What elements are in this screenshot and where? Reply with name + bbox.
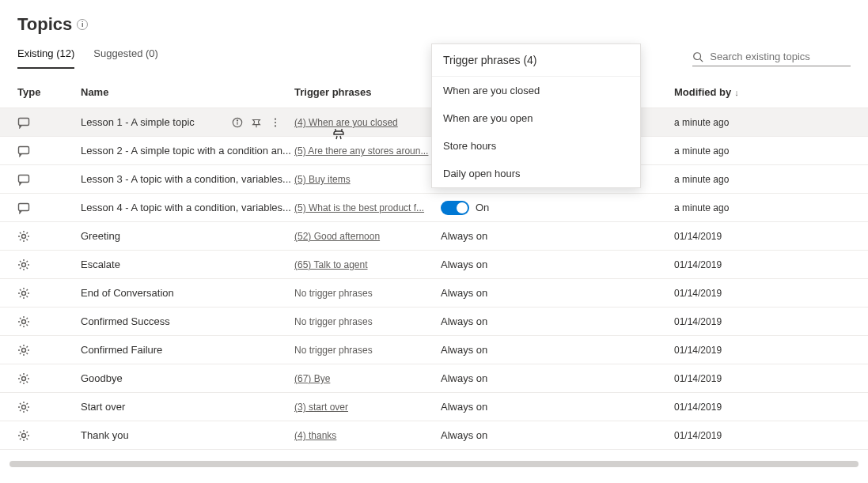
tabs: Existing (12) Suggested (0) bbox=[17, 47, 158, 69]
search-box[interactable] bbox=[692, 50, 851, 66]
svg-rect-10 bbox=[19, 146, 29, 153]
table-row[interactable]: Confirmed SuccessNo trigger phrasesAlway… bbox=[0, 308, 868, 336]
topic-name[interactable]: Start over bbox=[81, 401, 125, 413]
modified-cell: 01/14/2019 bbox=[674, 316, 722, 327]
trigger-phrases-cell[interactable]: (67) Bye bbox=[294, 373, 330, 384]
topic-name[interactable]: Lesson 3 - A topic with a condition, var… bbox=[81, 173, 291, 185]
status-label: Always on bbox=[441, 344, 487, 356]
info-icon[interactable] bbox=[231, 116, 244, 129]
search-input[interactable] bbox=[708, 50, 851, 63]
col-trigger[interactable]: Trigger phrases bbox=[294, 86, 441, 98]
modified-cell: a minute ago bbox=[674, 145, 729, 157]
page-title-text: Topics bbox=[17, 14, 72, 35]
status-label: Always on bbox=[441, 429, 487, 441]
trigger-phrases-popup: Trigger phrases (4) When are you closed … bbox=[431, 43, 641, 188]
gear-icon bbox=[17, 287, 30, 300]
chat-icon bbox=[17, 116, 30, 129]
svg-point-17 bbox=[22, 348, 26, 352]
sort-arrow-icon: ↓ bbox=[734, 88, 739, 97]
topic-name[interactable]: Thank you bbox=[81, 429, 129, 441]
table-row[interactable]: Confirmed FailureNo trigger phrasesAlway… bbox=[0, 336, 868, 364]
more-icon[interactable] bbox=[269, 116, 282, 129]
info-icon[interactable]: i bbox=[77, 19, 88, 30]
topic-name[interactable]: Escalate bbox=[81, 258, 120, 270]
gear-icon bbox=[17, 429, 30, 442]
chat-icon bbox=[17, 202, 30, 214]
svg-point-8 bbox=[275, 121, 276, 123]
trigger-phrases-cell: No trigger phrases bbox=[294, 345, 373, 356]
svg-point-15 bbox=[22, 291, 26, 295]
popup-item[interactable]: When are you closed bbox=[432, 77, 640, 104]
table-row[interactable]: Lesson 4 - A topic with a condition, var… bbox=[0, 194, 868, 222]
topic-name[interactable]: End of Conversation bbox=[81, 287, 174, 299]
trigger-phrases-cell[interactable]: (65) Talk to agent bbox=[294, 259, 368, 270]
popup-item[interactable]: When are you open bbox=[432, 104, 640, 132]
status-label: Always on bbox=[441, 401, 487, 413]
modified-cell: 01/14/2019 bbox=[674, 373, 722, 384]
table-row[interactable]: Goodbye(67) ByeAlways on01/14/2019 bbox=[0, 364, 868, 393]
gear-icon bbox=[17, 401, 30, 413]
topic-name[interactable]: Confirmed Success bbox=[81, 315, 170, 327]
gear-icon bbox=[17, 258, 30, 271]
topic-name[interactable]: Goodbye bbox=[81, 372, 123, 384]
svg-line-1 bbox=[700, 58, 703, 62]
popup-title: Trigger phrases (4) bbox=[432, 44, 640, 77]
col-type[interactable]: Type bbox=[17, 86, 81, 98]
modified-cell: a minute ago bbox=[674, 202, 729, 213]
chat-icon bbox=[17, 145, 30, 157]
svg-point-7 bbox=[275, 118, 276, 119]
gear-icon bbox=[17, 344, 30, 357]
popup-item[interactable]: Daily open hours bbox=[432, 160, 640, 187]
topic-name[interactable]: Confirmed Failure bbox=[81, 344, 162, 356]
modified-cell: 01/14/2019 bbox=[674, 345, 722, 356]
pin-icon[interactable] bbox=[250, 116, 263, 129]
topic-name[interactable]: Lesson 4 - A topic with a condition, var… bbox=[81, 202, 291, 213]
svg-point-20 bbox=[22, 433, 26, 437]
svg-point-13 bbox=[22, 234, 26, 238]
topic-name[interactable]: Greeting bbox=[81, 230, 120, 242]
popup-item[interactable]: Store hours bbox=[432, 132, 640, 160]
svg-point-0 bbox=[694, 52, 701, 59]
svg-point-19 bbox=[22, 405, 26, 409]
horizontal-scrollbar[interactable] bbox=[9, 461, 859, 467]
tab-existing[interactable]: Existing (12) bbox=[17, 47, 74, 69]
table-row[interactable]: End of ConversationNo trigger phrasesAlw… bbox=[0, 279, 868, 308]
col-name[interactable]: Name bbox=[81, 86, 294, 98]
modified-cell: a minute ago bbox=[674, 174, 729, 185]
table-row[interactable]: Thank you(4) thanksAlways on01/14/2019 bbox=[0, 421, 868, 450]
gear-icon bbox=[17, 372, 30, 385]
svg-point-14 bbox=[22, 262, 26, 266]
col-modified[interactable]: Modified by↓ bbox=[674, 86, 851, 98]
trigger-phrases-cell[interactable]: (5) Buy items bbox=[294, 174, 351, 185]
topic-name[interactable]: Lesson 2 - A simple topic with a conditi… bbox=[81, 145, 291, 157]
modified-cell: 01/14/2019 bbox=[674, 288, 722, 299]
status-label: Always on bbox=[441, 372, 487, 384]
table-row[interactable]: Escalate(65) Talk to agentAlways on01/14… bbox=[0, 251, 868, 279]
svg-rect-11 bbox=[19, 175, 29, 182]
tab-suggested[interactable]: Suggested (0) bbox=[93, 47, 158, 69]
topic-name[interactable]: Lesson 1 - A simple topic bbox=[81, 116, 195, 128]
page-title: Topics i bbox=[0, 0, 868, 43]
status-toggle[interactable] bbox=[441, 201, 469, 215]
svg-rect-12 bbox=[19, 203, 29, 210]
status-label: On bbox=[476, 202, 489, 213]
gear-icon bbox=[17, 315, 30, 328]
status-label: Always on bbox=[441, 230, 487, 242]
modified-cell: 01/14/2019 bbox=[674, 402, 722, 413]
trigger-phrases-cell: No trigger phrases bbox=[294, 316, 373, 327]
svg-point-9 bbox=[275, 125, 276, 126]
svg-rect-2 bbox=[19, 118, 29, 125]
modified-cell: a minute ago bbox=[674, 117, 729, 128]
trigger-phrases-cell[interactable]: (52) Good afternoon bbox=[294, 231, 380, 242]
svg-point-16 bbox=[22, 319, 26, 323]
svg-point-18 bbox=[22, 376, 26, 380]
trigger-phrases-cell[interactable]: (4) When are you closed bbox=[294, 117, 398, 128]
trigger-phrases-cell[interactable]: (3) start over bbox=[294, 402, 348, 413]
search-icon bbox=[692, 51, 703, 63]
trigger-phrases-cell[interactable]: (5) Are there any stores aroun... bbox=[294, 145, 428, 157]
status-label: Always on bbox=[441, 287, 487, 299]
table-row[interactable]: Greeting(52) Good afternoonAlways on01/1… bbox=[0, 222, 868, 251]
table-row[interactable]: Start over(3) start overAlways on01/14/2… bbox=[0, 393, 868, 421]
trigger-phrases-cell[interactable]: (5) What is the best product f... bbox=[294, 202, 424, 213]
trigger-phrases-cell[interactable]: (4) thanks bbox=[294, 430, 336, 441]
